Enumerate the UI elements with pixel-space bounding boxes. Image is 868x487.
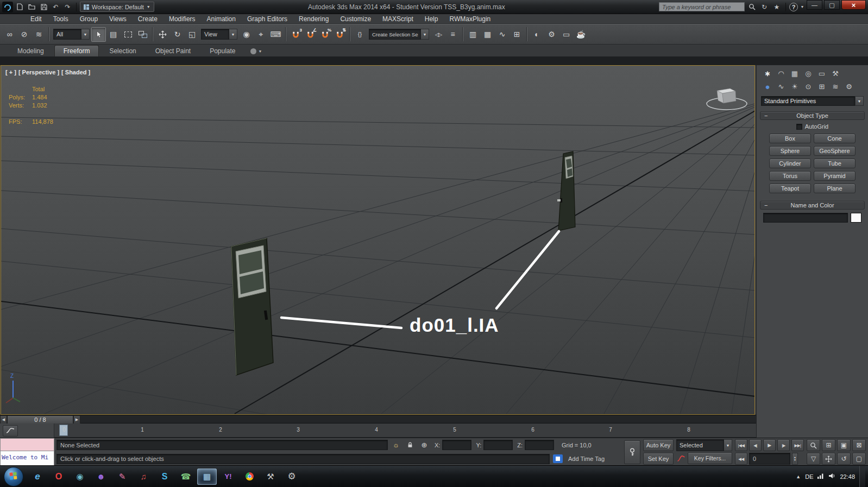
cylinder-button[interactable]: Cylinder xyxy=(769,159,811,168)
selection-lock-icon[interactable] xyxy=(404,440,416,451)
default-tangent-icon[interactable] xyxy=(676,453,686,464)
app-logo-icon[interactable] xyxy=(2,2,13,12)
render-setup-icon[interactable]: ⚙ xyxy=(544,27,559,42)
door-object-left[interactable] xyxy=(231,238,273,375)
chevron-down-icon[interactable]: ▼ xyxy=(724,439,732,451)
yahoo-messenger-icon[interactable]: ☻ xyxy=(91,469,111,485)
absolute-offset-toggle-icon[interactable]: ⊕ xyxy=(418,440,430,451)
edit-named-selection-sets-icon[interactable]: {} xyxy=(353,27,367,42)
lights-category-icon[interactable]: ☀ xyxy=(789,81,800,92)
ribbon-config-icon[interactable]: ▼ xyxy=(246,48,267,56)
active-3dsmax-taskbar-icon[interactable]: ▦ xyxy=(197,469,217,485)
viewport-pov-menu[interactable]: [ Perspective ] xyxy=(18,69,59,75)
menu-group[interactable]: Group xyxy=(74,15,103,23)
previous-key-button[interactable]: ◀◀ xyxy=(735,453,747,465)
undo-icon[interactable]: ↶ xyxy=(51,2,61,12)
utilities-tab-icon[interactable]: ⚒ xyxy=(830,68,841,79)
time-slider-thumb[interactable]: 0 / 8 xyxy=(7,415,73,424)
favorites-star-icon[interactable]: ★ xyxy=(771,2,782,12)
x-coordinate-field[interactable] xyxy=(442,440,471,450)
rendered-frame-window-icon[interactable]: ▭ xyxy=(559,27,574,42)
maxscript-mini-listener[interactable]: Welcome to Mi xyxy=(0,438,54,466)
chevron-down-icon[interactable]: ▼ xyxy=(855,96,864,106)
opera-icon[interactable]: O xyxy=(49,469,68,485)
perspective-viewport[interactable]: Z [ + ] [ Perspective ] [ Shaded ] Total… xyxy=(1,65,755,415)
menu-rendering[interactable]: Rendering xyxy=(293,15,334,23)
select-object-button[interactable] xyxy=(91,27,106,42)
object-color-swatch[interactable] xyxy=(851,213,861,223)
autogrid-checkbox[interactable] xyxy=(796,124,802,130)
macro-recorder-line[interactable] xyxy=(0,438,54,451)
menu-views[interactable]: Views xyxy=(104,15,132,23)
menu-maxscript[interactable]: MAXScript xyxy=(377,15,419,23)
bind-to-space-warp-icon[interactable]: ≋ xyxy=(32,27,46,42)
chevron-down-icon[interactable]: ▼ xyxy=(229,29,237,40)
keyboard-override-icon[interactable]: ⌨ xyxy=(268,27,283,42)
zoom-all-icon[interactable]: ⊞ xyxy=(822,439,835,451)
key-filters-button[interactable]: Key Filters... xyxy=(688,452,732,464)
reference-coordinate-dropdown[interactable]: View ▼ xyxy=(201,29,237,40)
spinner-snap-icon[interactable]: ⇅ xyxy=(332,27,347,42)
select-and-scale-icon[interactable]: ◱ xyxy=(185,27,199,42)
space-warps-category-icon[interactable]: ≋ xyxy=(830,81,841,92)
save-file-icon[interactable] xyxy=(39,2,49,12)
tube-button[interactable]: Tube xyxy=(814,159,856,168)
pyramid-button[interactable]: Pyramid xyxy=(814,171,856,181)
percent-snap-icon[interactable]: % xyxy=(318,27,332,42)
menu-modifiers[interactable]: Modifiers xyxy=(163,15,201,23)
tab-object-paint[interactable]: Object Paint xyxy=(147,46,199,56)
select-and-manipulate-icon[interactable]: ⌖ xyxy=(254,27,268,42)
yahoo-icon[interactable]: Y! xyxy=(218,469,238,485)
chevron-down-icon[interactable]: ▼ xyxy=(81,29,90,40)
selection-filter-dropdown[interactable]: All ▼ xyxy=(53,29,90,40)
maximize-button[interactable]: ▢ xyxy=(824,0,840,10)
start-button[interactable] xyxy=(4,467,23,486)
key-filter-dropdown[interactable]: Selected ▼ xyxy=(676,440,732,451)
z-coordinate-field[interactable] xyxy=(525,440,554,450)
browser-globe-icon[interactable]: ◉ xyxy=(70,469,90,485)
close-button[interactable]: × xyxy=(841,0,866,10)
track-bar[interactable]: 0 1 2 3 4 5 6 7 8 xyxy=(0,423,756,438)
field-of-view-icon[interactable]: ▽ xyxy=(807,453,820,465)
motion-tab-icon[interactable]: ◎ xyxy=(803,68,814,79)
systems-category-icon[interactable]: ⚙ xyxy=(844,81,854,92)
hierarchy-tab-icon[interactable]: ▦ xyxy=(789,68,800,79)
frame-forward-arrow[interactable]: ▶ xyxy=(73,415,80,424)
workspace-dropdown[interactable]: Workspace: Default ▼ xyxy=(80,2,154,12)
language-indicator[interactable]: DE xyxy=(805,473,813,480)
internet-explorer-icon[interactable]: e xyxy=(28,469,47,485)
isolate-selection-icon[interactable]: ☼ xyxy=(390,440,402,451)
utility-tool-icon[interactable]: ⚒ xyxy=(261,469,280,485)
menu-create[interactable]: Create xyxy=(133,15,163,23)
use-pivot-center-icon[interactable]: ◉ xyxy=(239,27,254,42)
tab-modeling[interactable]: Modeling xyxy=(9,46,53,56)
unlink-selection-icon[interactable]: ⊘ xyxy=(17,27,32,42)
tab-populate[interactable]: Populate xyxy=(201,46,244,56)
taskbar-clock[interactable]: 22:48 xyxy=(840,473,855,480)
new-file-icon[interactable] xyxy=(15,2,25,12)
cone-button[interactable]: Cone xyxy=(814,134,856,143)
minimize-button[interactable]: — xyxy=(807,0,822,10)
maximize-viewport-icon[interactable]: ▢ xyxy=(852,453,866,465)
skype-icon[interactable]: S xyxy=(155,469,174,485)
select-and-move-icon[interactable] xyxy=(155,27,170,42)
primitive-category-dropdown[interactable]: Standard Primitives ▼ xyxy=(761,96,864,106)
create-tab-icon[interactable]: ∗ xyxy=(762,68,773,79)
chrome-icon[interactable] xyxy=(240,469,259,485)
go-to-end-button[interactable]: ▶▶| xyxy=(791,439,804,451)
tab-selection[interactable]: Selection xyxy=(100,46,144,56)
modify-tab-icon[interactable]: ◠ xyxy=(776,68,787,79)
menu-rwmaxplugin[interactable]: RWMaxPlugin xyxy=(444,15,496,23)
show-desktop-button[interactable] xyxy=(859,466,865,487)
orbit-icon[interactable]: ↺ xyxy=(837,453,851,465)
circle-helper-object[interactable] xyxy=(707,88,747,110)
box-button[interactable]: Box xyxy=(769,134,811,143)
set-key-button[interactable]: Set Key xyxy=(643,453,674,465)
menu-edit[interactable]: Edit xyxy=(25,15,47,23)
viewport-shading-menu[interactable]: [ Shaded ] xyxy=(61,69,90,75)
paint-icon[interactable]: ✎ xyxy=(112,469,132,485)
phone-app-icon[interactable]: ☎ xyxy=(176,469,196,485)
zoom-extents-icon[interactable]: ▣ xyxy=(837,439,851,451)
show-hidden-icons-chevron[interactable]: ▲ xyxy=(796,474,801,479)
previous-frame-button[interactable]: ◀| xyxy=(749,439,762,451)
